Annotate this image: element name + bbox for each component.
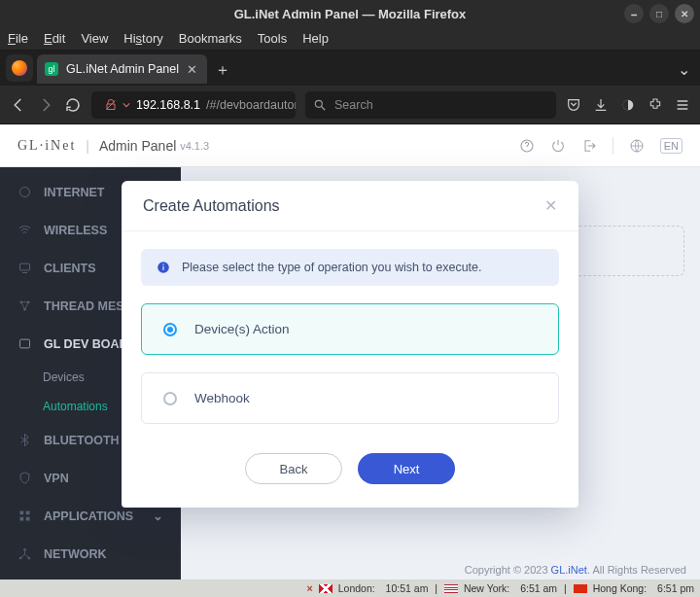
clock-ny-label: New York: bbox=[464, 582, 509, 594]
button-label: Next bbox=[394, 462, 420, 476]
modal-body: Please select the type of operation you … bbox=[122, 231, 578, 434]
option-label: Webhook bbox=[194, 391, 250, 405]
option-device-action[interactable]: Device(s) Action bbox=[141, 303, 559, 355]
clock-hk-label: Hong Kong: bbox=[593, 582, 647, 594]
info-banner: Please select the type of operation you … bbox=[141, 249, 559, 286]
option-webhook[interactable]: Webhook bbox=[141, 372, 559, 424]
next-button[interactable]: Next bbox=[358, 453, 455, 484]
modal-header: Create Automations ✕ bbox=[122, 181, 578, 231]
modal-title: Create Automations bbox=[143, 197, 280, 215]
create-automations-modal: Create Automations ✕ Please select the t… bbox=[122, 181, 578, 508]
svg-rect-20 bbox=[162, 266, 163, 270]
radio-selected-icon bbox=[163, 323, 177, 336]
radio-unselected-icon bbox=[163, 392, 177, 405]
flag-us-icon bbox=[444, 584, 458, 593]
info-icon bbox=[157, 261, 170, 274]
svg-rect-21 bbox=[162, 264, 163, 265]
clock-ny-time: 6:51 am bbox=[520, 582, 557, 594]
modal-overlay: Create Automations ✕ Please select the t… bbox=[0, 0, 700, 597]
modal-footer: Back Next bbox=[122, 434, 578, 508]
modal-close-icon[interactable]: ✕ bbox=[544, 196, 557, 215]
option-label: Device(s) Action bbox=[194, 322, 290, 336]
button-label: Back bbox=[280, 462, 308, 476]
back-button[interactable]: Back bbox=[245, 453, 342, 484]
flag-hk-icon bbox=[574, 584, 587, 593]
clock-london-time: 10:51 am bbox=[386, 582, 429, 594]
system-panel-bar: × London: 10:51 am | New York: 6:51 am |… bbox=[0, 579, 700, 597]
panel-x-icon[interactable]: × bbox=[307, 582, 313, 594]
flag-uk-icon bbox=[319, 584, 332, 593]
info-text: Please select the type of operation you … bbox=[182, 261, 482, 274]
clock-london-label: London: bbox=[338, 582, 375, 594]
clock-hk-time: 6:51 pm bbox=[657, 582, 694, 594]
